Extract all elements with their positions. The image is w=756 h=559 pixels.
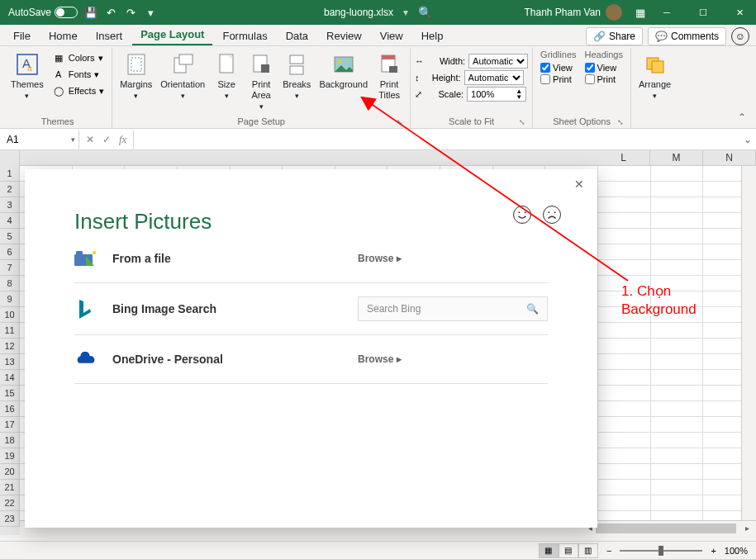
scroll-right-icon[interactable]: ▸ [741, 523, 753, 533]
tab-file[interactable]: File [5, 26, 39, 45]
breaks-button[interactable]: Breaks▾ [279, 50, 314, 102]
row-header[interactable]: 1 [0, 166, 20, 182]
collapse-ribbon-icon[interactable]: ⌃ [738, 111, 751, 125]
size-button[interactable]: Size▾ [210, 50, 243, 102]
happy-face-icon[interactable] [513, 206, 531, 224]
svg-rect-11 [290, 66, 303, 74]
user-account[interactable]: Thanh Pham Van [524, 4, 630, 21]
share-button[interactable]: 🔗 Share [586, 27, 643, 45]
comments-button[interactable]: 💬 Comments [648, 27, 726, 45]
height-select[interactable]: Automatic [464, 70, 524, 85]
row-header[interactable]: 19 [0, 448, 20, 464]
row-header[interactable]: 13 [0, 354, 20, 370]
col-header[interactable]: N [703, 150, 756, 165]
background-button[interactable]: Background [316, 50, 371, 92]
zoom-out-icon[interactable]: − [606, 546, 611, 556]
row-header[interactable]: 20 [0, 464, 20, 480]
row-header[interactable]: 14 [0, 370, 20, 386]
formula-input[interactable] [134, 130, 739, 149]
row-header[interactable]: 2 [0, 182, 20, 197]
browse-link[interactable]: Browse ▸ [358, 353, 402, 365]
fonts-button[interactable]: AFonts ▾ [49, 66, 107, 83]
gridlines-print-check[interactable]: Print [540, 74, 576, 84]
sad-face-icon[interactable] [543, 206, 561, 224]
tab-page-layout[interactable]: Page Layout [132, 25, 212, 45]
row-header[interactable]: 9 [0, 291, 20, 307]
row-header[interactable]: 18 [0, 433, 20, 448]
scale-spinner[interactable]: 100%▲▼ [467, 87, 526, 102]
scale-launcher-icon[interactable]: ⤡ [518, 118, 526, 126]
tab-formulas[interactable]: Formulas [214, 26, 275, 45]
accept-icon[interactable]: ✓ [102, 134, 111, 145]
row-header[interactable]: 3 [0, 197, 20, 213]
row-header[interactable]: 22 [0, 495, 20, 511]
margins-button[interactable]: Margins▾ [116, 50, 155, 102]
row-header[interactable]: 5 [0, 229, 20, 244]
page-break-view-icon[interactable]: ▥ [578, 543, 598, 558]
tab-insert[interactable]: Insert [88, 26, 131, 45]
bing-search-input[interactable]: Search Bing🔍 [358, 296, 548, 321]
tab-home[interactable]: Home [40, 26, 86, 45]
row-header[interactable]: 21 [0, 480, 20, 495]
ribbon-options-icon[interactable]: ▦ [634, 6, 647, 19]
normal-view-icon[interactable]: ▦ [539, 543, 559, 558]
width-select[interactable]: Automatic [468, 54, 528, 69]
gridlines-view-check[interactable]: View [540, 63, 576, 73]
cancel-icon[interactable]: ✕ [86, 134, 94, 145]
zoom-level[interactable]: 100% [725, 546, 748, 556]
row-header[interactable]: 11 [0, 323, 20, 339]
colors-button[interactable]: ▦Colors ▾ [49, 50, 107, 66]
sheet-launcher-icon[interactable]: ⤡ [616, 118, 625, 126]
orientation-button[interactable]: Orientation▾ [157, 50, 208, 102]
name-box[interactable]: A1▾ [3, 130, 79, 149]
col-header[interactable]: L [597, 150, 650, 165]
save-icon[interactable]: 💾 [84, 6, 97, 19]
undo-icon[interactable]: ↶ [104, 6, 117, 19]
expand-fbar-icon[interactable]: ⌄ [739, 134, 756, 145]
tab-review[interactable]: Review [318, 26, 370, 45]
hscroll-thumb[interactable] [596, 523, 736, 533]
from-file-row[interactable]: From a file Browse ▸ [74, 234, 548, 283]
row-header[interactable]: 17 [0, 417, 20, 433]
page-setup-launcher-icon[interactable]: ⤡ [396, 118, 404, 126]
feedback-smiley-icon[interactable]: ☺ [731, 27, 749, 45]
toggle-off-icon[interactable] [55, 7, 78, 18]
fx-icon[interactable]: fx [119, 133, 126, 146]
col-header[interactable]: M [650, 150, 703, 165]
row-header[interactable]: 23 [0, 511, 20, 527]
row-header[interactable]: 16 [0, 401, 20, 417]
print-area-button[interactable]: Print Area▾ [245, 50, 278, 113]
row-header[interactable]: 6 [0, 244, 20, 260]
zoom-slider[interactable] [620, 550, 702, 552]
print-titles-button[interactable]: Print Titles [373, 50, 406, 102]
redo-icon[interactable]: ↷ [124, 6, 137, 19]
effects-button[interactable]: ◯Effects ▾ [49, 83, 107, 99]
vertical-scrollbar[interactable] [741, 166, 756, 520]
arrange-button[interactable]: Arrange▾ [635, 50, 674, 102]
row-header[interactable]: 10 [0, 307, 20, 323]
zoom-in-icon[interactable]: + [711, 546, 716, 556]
select-all-corner[interactable] [0, 150, 20, 166]
search-icon[interactable]: 🔍 [418, 6, 432, 19]
dialog-close-icon[interactable]: ✕ [571, 178, 587, 194]
row-header[interactable]: 4 [0, 213, 20, 229]
qat-dropdown-icon[interactable]: ▾ [144, 6, 157, 19]
autosave-toggle[interactable]: AutoSave [8, 7, 78, 18]
row-header[interactable]: 12 [0, 339, 20, 354]
minimize-button[interactable]: ─ [650, 0, 683, 25]
browse-link[interactable]: Browse ▸ [358, 253, 402, 264]
themes-button[interactable]: Aa Themes▾ [7, 50, 47, 102]
close-button[interactable]: ✕ [723, 0, 756, 25]
bing-search-row[interactable]: Bing Image Search Search Bing🔍 [74, 283, 548, 335]
tab-view[interactable]: View [372, 26, 411, 45]
tab-data[interactable]: Data [278, 26, 316, 45]
headings-print-check[interactable]: Print [585, 74, 623, 84]
maximize-button[interactable]: ☐ [687, 0, 720, 25]
row-header[interactable]: 8 [0, 276, 20, 291]
headings-view-check[interactable]: View [585, 63, 623, 73]
page-layout-view-icon[interactable]: ▤ [559, 543, 578, 558]
row-header[interactable]: 15 [0, 386, 20, 401]
row-header[interactable]: 7 [0, 260, 20, 276]
tab-help[interactable]: Help [413, 26, 452, 45]
onedrive-row[interactable]: OneDrive - Personal Browse ▸ [74, 335, 548, 384]
